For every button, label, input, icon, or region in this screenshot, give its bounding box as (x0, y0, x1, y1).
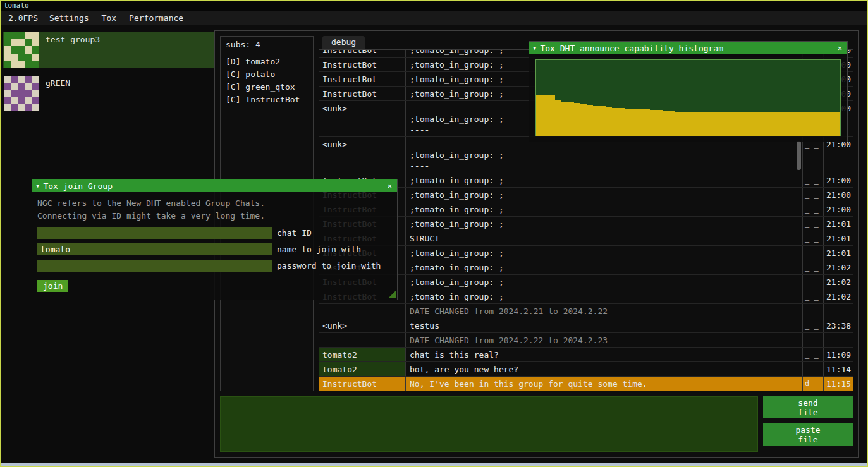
histogram-bar (707, 112, 713, 136)
message-row[interactable]: tomato2chat is this real?_ _11:09 (319, 348, 853, 362)
avatar-pixel (18, 90, 25, 97)
resize-grip[interactable] (388, 291, 396, 298)
scrollbar-thumb[interactable] (797, 141, 801, 170)
name-to-join-with-input[interactable] (37, 243, 272, 255)
message-row[interactable]: <unk>testus_ _23:38 (319, 318, 853, 333)
avatar-pixel (25, 76, 32, 83)
message-status: _ _ (803, 246, 824, 260)
join-field-row: name to join with (37, 243, 392, 255)
avatar-pixel (18, 39, 25, 46)
group-item-test_group3[interactable]: test_group3 (3, 32, 214, 68)
message-row[interactable]: <unk>----;tomato_in_group: ;----_ _21:00 (319, 137, 853, 173)
window-title: tomato (4, 1, 29, 9)
message-status: _ _ (803, 318, 824, 332)
sender-name: InstructBot (319, 58, 406, 71)
chat-ID-input[interactable] (37, 227, 272, 239)
histogram-bar (752, 112, 758, 136)
sender-name (319, 304, 406, 318)
join-window-title: Tox join Group (43, 181, 382, 191)
menu-item-settings[interactable]: Settings (43, 13, 95, 23)
field-label: name to join with (277, 245, 361, 254)
avatar-pixel (18, 32, 25, 39)
message-text: bot, are you new here? (406, 362, 803, 376)
menu-item-performance[interactable]: Performance (123, 13, 190, 23)
histogram-bar (700, 112, 707, 136)
join-window-titlebar[interactable]: ▼ Tox join Group ✕ (32, 179, 397, 192)
message-status: d (803, 377, 824, 391)
field-label: password to join with (277, 261, 381, 270)
send-file-button[interactable]: send file (763, 396, 853, 418)
group-item-gREEN[interactable]: gREEN (3, 75, 214, 112)
message-input[interactable] (220, 396, 758, 452)
avatar-pixel (25, 83, 32, 90)
member-item[interactable]: [C] potato (226, 68, 308, 81)
histogram-bar (663, 111, 669, 136)
menu-items: SettingsToxPerformance (43, 13, 190, 23)
composer: send file paste file (220, 396, 853, 452)
avatar-pixel (11, 76, 18, 83)
histogram-bar (726, 112, 732, 136)
histogram-bar (682, 112, 688, 136)
histogram-window-titlebar[interactable]: ▼ Tox DHT announce capability histogram … (529, 42, 847, 54)
tab-debug[interactable]: debug (322, 36, 365, 49)
histogram-bar (815, 112, 821, 136)
sender-name: InstructBot (319, 377, 406, 391)
message-row[interactable]: InstructBot;tomato_in_group: ;_ _21:01 (319, 246, 853, 260)
avatar-pixel (4, 97, 11, 104)
message-time: 21:01 (824, 217, 853, 231)
histogram-bar (796, 112, 802, 136)
paste-file-button[interactable]: paste file (763, 423, 853, 446)
message-row[interactable]: InstructBot;tomato_in_group: ;_ _21:02 (319, 289, 853, 304)
avatar-pixel (32, 54, 39, 61)
member-item[interactable]: [C] InstructBot (226, 94, 308, 106)
avatar-pixel (18, 61, 25, 68)
histogram-plot[interactable] (535, 59, 841, 136)
avatar-pixel (4, 54, 11, 61)
close-icon[interactable]: ✕ (386, 181, 393, 190)
avatar-pixel (25, 104, 32, 111)
avatar-pixel (4, 76, 11, 83)
message-row[interactable]: InstructBot;tomato_in_group: ;_ _21:00 (319, 202, 853, 217)
fps-counter: 2.0FPS (3, 13, 43, 23)
histogram-bar (834, 112, 840, 136)
close-icon[interactable]: ✕ (836, 44, 843, 52)
message-row[interactable]: InstructBot;tomato_in_group: ;_ _21:01 (319, 217, 853, 231)
message-time (824, 333, 853, 347)
histogram-bar (580, 104, 587, 136)
field-label: chat ID (277, 228, 312, 238)
message-row[interactable]: InstructBot;tomato_in_group: ;_ _21:00 (319, 188, 853, 202)
member-item[interactable]: [C] green_qtox (226, 81, 308, 94)
join-group-window: ▼ Tox join Group ✕ NGC refers to the New… (32, 179, 398, 300)
member-list: [D] tomato2[C] potato[C] green_qtox[C] I… (226, 56, 308, 106)
message-row[interactable]: tomato2bot, are you new here?_ _11:14 (319, 362, 853, 377)
message-time: 21:00 (824, 202, 853, 216)
message-row[interactable]: InstructBot;tomato_in_group: ;_ _21:02 (319, 260, 853, 275)
join-button[interactable]: join (37, 280, 68, 292)
menu-item-tox[interactable]: Tox (95, 13, 123, 23)
sender-name: InstructBot (319, 72, 406, 86)
histogram-bar (612, 108, 618, 136)
message-row[interactable]: InstructBotSTRUCT_ _21:01 (319, 231, 853, 246)
system-row[interactable]: DATE CHANGED from 2024.2.22 to 2024.2.23 (319, 333, 853, 348)
avatar-pixel (18, 54, 25, 61)
histogram-bar (669, 111, 675, 136)
message-row[interactable]: InstructBot;tomato_in_group: ;_ _21:02 (319, 275, 853, 289)
member-item[interactable]: [D] tomato2 (226, 56, 308, 68)
system-row[interactable]: DATE CHANGED from 2024.2.21 to 2024.2.22 (319, 304, 853, 318)
join-field-row: chat ID (37, 227, 392, 239)
histogram-bar (777, 112, 783, 136)
menu-bar: 2.0FPS SettingsToxPerformance (1, 11, 867, 25)
message-row[interactable]: InstructBotNo, I've been in this group f… (319, 377, 853, 391)
message-time: 21:02 (824, 275, 853, 289)
collapse-arrow-icon[interactable]: ▼ (533, 45, 536, 51)
histogram-bar (599, 106, 606, 136)
histogram-bar (719, 112, 726, 136)
sender-name: <unk> (319, 318, 406, 332)
message-time: 11:09 (824, 348, 853, 361)
sender-name: InstructBot (319, 50, 406, 57)
histogram-window-title: Tox DHT announce capability histogram (540, 44, 832, 53)
collapse-arrow-icon[interactable]: ▼ (36, 183, 39, 189)
message-status: _ _ (803, 348, 824, 361)
password-to-join-with-input[interactable] (37, 260, 272, 272)
message-row[interactable]: InstructBot;tomato_in_group: ;_ _21:00 (319, 173, 853, 188)
